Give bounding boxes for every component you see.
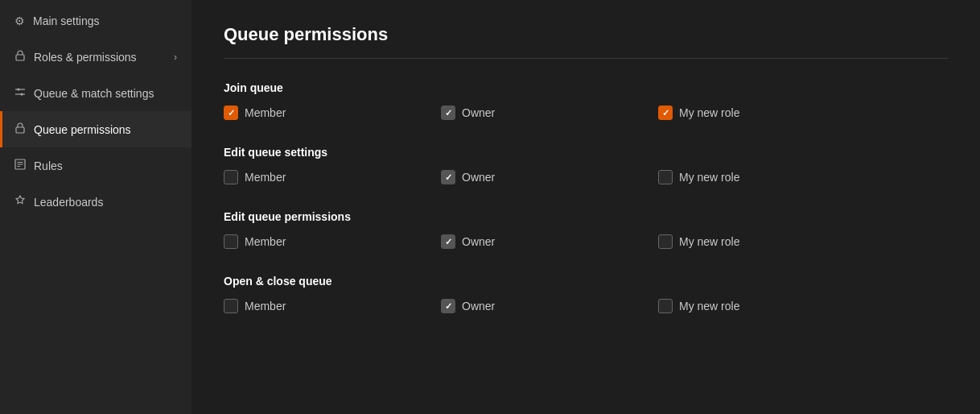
- sidebar-item-leaderboards[interactable]: Leaderboards: [0, 184, 191, 220]
- checkbox-edit-queue-permissions-my-new-role[interactable]: [658, 234, 673, 249]
- role-label-open-close-queue-0: Member: [245, 300, 286, 313]
- svg-point-4: [21, 93, 23, 96]
- role-label-join-queue-1: Owner: [462, 106, 495, 119]
- sidebar-icon-queue-match-settings: [14, 86, 26, 100]
- permission-title-join-queue: Join queue: [224, 81, 948, 94]
- role-label-edit-queue-settings-1: Owner: [462, 171, 495, 184]
- checkbox-open-close-queue-owner[interactable]: ✓: [441, 299, 455, 313]
- permission-row-edit-queue-permissions: Member✓OwnerMy new role: [224, 234, 948, 249]
- checkmark-icon: ✓: [445, 172, 452, 183]
- permission-col-join-queue-2: ✓My new role: [658, 106, 875, 120]
- sidebar-label-queue-permissions: Queue permissions: [34, 123, 177, 136]
- permission-col-edit-queue-settings-2: My new role: [658, 170, 875, 184]
- permission-section-edit-queue-settings: Edit queue settingsMember✓OwnerMy new ro…: [224, 146, 948, 184]
- role-label-join-queue-2: My new role: [679, 106, 739, 119]
- permission-col-edit-queue-settings-0: Member: [224, 170, 441, 184]
- permission-col-join-queue-0: ✓Member: [224, 106, 441, 120]
- svg-point-3: [18, 89, 20, 91]
- permission-col-edit-queue-permissions-1: ✓Owner: [441, 234, 658, 249]
- role-label-open-close-queue-2: My new role: [679, 300, 739, 313]
- sidebar-icon-rules: [14, 159, 26, 172]
- sidebar-icon-main-settings: ⚙: [14, 14, 25, 27]
- permission-section-join-queue: Join queue✓Member✓Owner✓My new role: [224, 81, 948, 120]
- permission-row-join-queue: ✓Member✓Owner✓My new role: [224, 106, 948, 120]
- checkbox-edit-queue-permissions-owner[interactable]: ✓: [441, 234, 455, 249]
- sidebar-icon-queue-permissions: [14, 122, 26, 136]
- page-title: Queue permissions: [224, 24, 948, 45]
- sidebar-item-queue-permissions[interactable]: Queue permissions: [0, 111, 191, 147]
- checkmark-icon: ✓: [228, 108, 235, 118]
- role-label-open-close-queue-1: Owner: [462, 300, 495, 313]
- sidebar-label-leaderboards: Leaderboards: [34, 196, 177, 209]
- sidebar-label-roles-permissions: Roles & permissions: [34, 51, 166, 64]
- svg-rect-0: [16, 55, 24, 60]
- role-label-edit-queue-permissions-1: Owner: [462, 235, 495, 248]
- checkbox-join-queue-owner[interactable]: ✓: [441, 106, 455, 120]
- permission-col-open-close-queue-0: Member: [224, 299, 441, 313]
- checkbox-open-close-queue-member[interactable]: [224, 299, 238, 313]
- main-content: Queue permissions Join queue✓Member✓Owne…: [191, 0, 980, 414]
- sidebar: ⚙Main settingsRoles & permissions›Queue …: [0, 0, 191, 414]
- sidebar-item-rules[interactable]: Rules: [0, 147, 191, 184]
- checkbox-edit-queue-permissions-member[interactable]: [224, 234, 238, 249]
- checkbox-join-queue-my-new-role[interactable]: ✓: [658, 106, 673, 120]
- permission-section-open-close-queue: Open & close queueMember✓OwnerMy new rol…: [224, 275, 948, 313]
- permission-col-edit-queue-permissions-0: Member: [224, 234, 441, 249]
- checkmark-icon: ✓: [445, 108, 452, 118]
- permission-col-edit-queue-settings-1: ✓Owner: [441, 170, 658, 184]
- sidebar-item-queue-match-settings[interactable]: Queue & match settings: [0, 75, 191, 111]
- permission-title-open-close-queue: Open & close queue: [224, 275, 948, 288]
- permission-row-open-close-queue: Member✓OwnerMy new role: [224, 299, 948, 313]
- svg-rect-5: [16, 127, 24, 133]
- role-label-edit-queue-settings-2: My new role: [679, 171, 739, 184]
- checkbox-join-queue-member[interactable]: ✓: [224, 106, 238, 120]
- permission-col-join-queue-1: ✓Owner: [441, 106, 658, 120]
- checkbox-open-close-queue-my-new-role[interactable]: [658, 299, 673, 313]
- sidebar-label-rules: Rules: [34, 159, 177, 172]
- permission-title-edit-queue-settings: Edit queue settings: [224, 146, 948, 159]
- sidebar-item-roles-permissions[interactable]: Roles & permissions›: [0, 39, 191, 75]
- checkbox-edit-queue-settings-my-new-role[interactable]: [658, 170, 673, 184]
- title-divider: [224, 58, 948, 59]
- role-label-edit-queue-permissions-2: My new role: [679, 235, 739, 248]
- checkbox-edit-queue-settings-member[interactable]: [224, 170, 238, 184]
- checkmark-icon: ✓: [445, 301, 452, 312]
- sidebar-icon-roles-permissions: [14, 50, 26, 64]
- role-label-edit-queue-settings-0: Member: [245, 171, 286, 184]
- chevron-icon-roles-permissions: ›: [174, 52, 177, 63]
- role-label-join-queue-0: Member: [245, 106, 286, 119]
- permission-col-open-close-queue-1: ✓Owner: [441, 299, 658, 313]
- checkbox-edit-queue-settings-owner[interactable]: ✓: [441, 170, 455, 184]
- permission-col-open-close-queue-2: My new role: [658, 299, 875, 313]
- checkmark-icon: ✓: [445, 237, 452, 247]
- permission-section-edit-queue-permissions: Edit queue permissionsMember✓OwnerMy new…: [224, 210, 948, 249]
- permission-row-edit-queue-settings: Member✓OwnerMy new role: [224, 170, 948, 184]
- sidebar-icon-leaderboards: [14, 195, 26, 209]
- sidebar-item-main-settings[interactable]: ⚙Main settings: [0, 3, 191, 39]
- permission-title-edit-queue-permissions: Edit queue permissions: [224, 210, 948, 223]
- permission-col-edit-queue-permissions-2: My new role: [658, 234, 875, 249]
- sidebar-label-queue-match-settings: Queue & match settings: [34, 87, 177, 100]
- checkmark-icon: ✓: [662, 108, 669, 118]
- role-label-edit-queue-permissions-0: Member: [245, 235, 286, 248]
- sidebar-label-main-settings: Main settings: [33, 14, 177, 27]
